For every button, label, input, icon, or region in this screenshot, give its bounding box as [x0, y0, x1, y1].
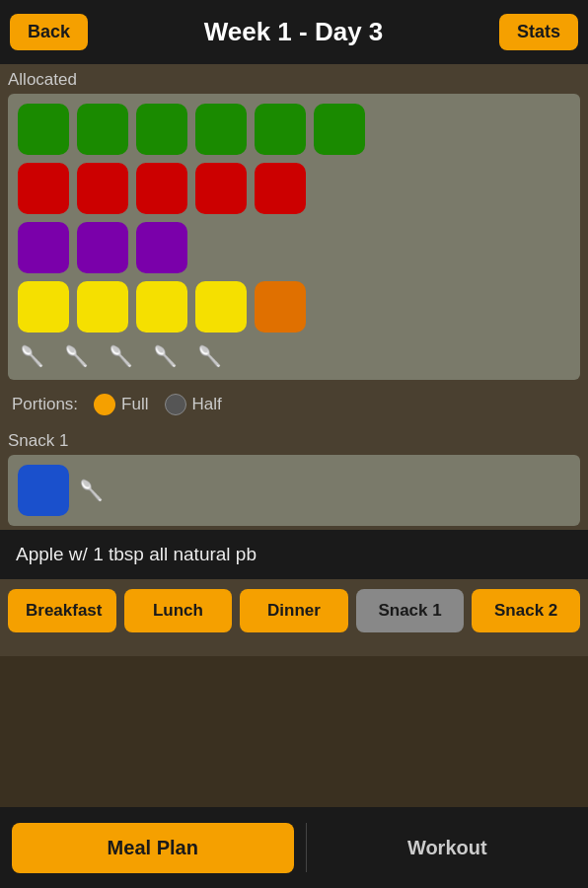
green-block-5[interactable] — [255, 104, 306, 155]
food-description: Apple w/ 1 tbsp all natural pb — [0, 530, 588, 579]
green-block-3[interactable] — [136, 104, 187, 155]
half-portion: Half — [165, 394, 222, 415]
breakfast-button[interactable]: Breakfast — [8, 589, 116, 632]
spoon-icon-2: 🥄 — [64, 344, 89, 368]
bottom-nav: Meal Plan Workout — [0, 807, 588, 888]
spoon-icon-3: 🥄 — [109, 344, 133, 368]
green-row — [18, 104, 570, 155]
back-button[interactable]: Back — [10, 14, 88, 50]
food-description-text: Apple w/ 1 tbsp all natural pb — [16, 544, 257, 564]
yellow-block-1[interactable] — [18, 281, 69, 333]
allocated-grid: 🥄 🥄 🥄 🥄 🥄 — [8, 94, 580, 380]
lunch-button[interactable]: Lunch — [124, 589, 233, 632]
green-block-1[interactable] — [18, 104, 69, 155]
yellow-block-3[interactable] — [136, 281, 187, 333]
snack-section: Snack 1 🥄 — [0, 425, 588, 530]
workout-button[interactable]: Workout — [307, 823, 589, 873]
spacer — [0, 642, 588, 656]
full-portion: Full — [94, 394, 148, 415]
spoon-icon-4: 🥄 — [153, 344, 178, 368]
blue-block[interactable] — [18, 465, 69, 516]
red-row — [18, 163, 570, 214]
page-title: Week 1 - Day 3 — [204, 17, 384, 47]
orange-block-1[interactable] — [255, 281, 306, 333]
green-block-6[interactable] — [314, 104, 365, 155]
snack-grid: 🥄 — [8, 455, 580, 526]
portions-label: Portions: — [12, 395, 78, 414]
purple-block-3[interactable] — [136, 222, 187, 273]
meal-buttons-row: Breakfast Lunch Dinner Snack 1 Snack 2 — [0, 579, 588, 642]
header: Back Week 1 - Day 3 Stats — [0, 0, 588, 64]
half-circle — [165, 394, 186, 415]
allocated-label: Allocated — [8, 70, 580, 90]
full-circle — [94, 394, 115, 415]
yellow-block-2[interactable] — [77, 281, 128, 333]
spoon-row: 🥄 🥄 🥄 🥄 🥄 — [18, 340, 570, 372]
snack1-button[interactable]: Snack 1 — [356, 589, 465, 632]
green-block-2[interactable] — [77, 104, 128, 155]
green-block-4[interactable] — [195, 104, 247, 155]
half-label: Half — [192, 395, 222, 414]
stats-button[interactable]: Stats — [499, 14, 578, 50]
purple-block-1[interactable] — [18, 222, 69, 273]
spoon-icon-5: 🥄 — [197, 344, 222, 368]
portions-bar: Portions: Full Half — [0, 384, 588, 425]
snack2-button[interactable]: Snack 2 — [472, 589, 580, 632]
yellow-row — [18, 281, 570, 333]
purple-block-2[interactable] — [77, 222, 128, 273]
red-block-2[interactable] — [77, 163, 128, 214]
red-block-3[interactable] — [136, 163, 187, 214]
snack-label: Snack 1 — [8, 431, 580, 451]
meal-plan-button[interactable]: Meal Plan — [12, 823, 294, 873]
dinner-button[interactable]: Dinner — [240, 589, 348, 632]
red-block-5[interactable] — [255, 163, 306, 214]
red-block-1[interactable] — [18, 163, 69, 214]
purple-row — [18, 222, 570, 273]
red-block-4[interactable] — [195, 163, 247, 214]
allocated-section: Allocated — [0, 64, 588, 384]
spoon-icon-1: 🥄 — [20, 344, 44, 368]
yellow-block-4[interactable] — [195, 281, 247, 333]
snack-spoon-icon: 🥄 — [79, 479, 104, 502]
full-label: Full — [121, 395, 148, 414]
